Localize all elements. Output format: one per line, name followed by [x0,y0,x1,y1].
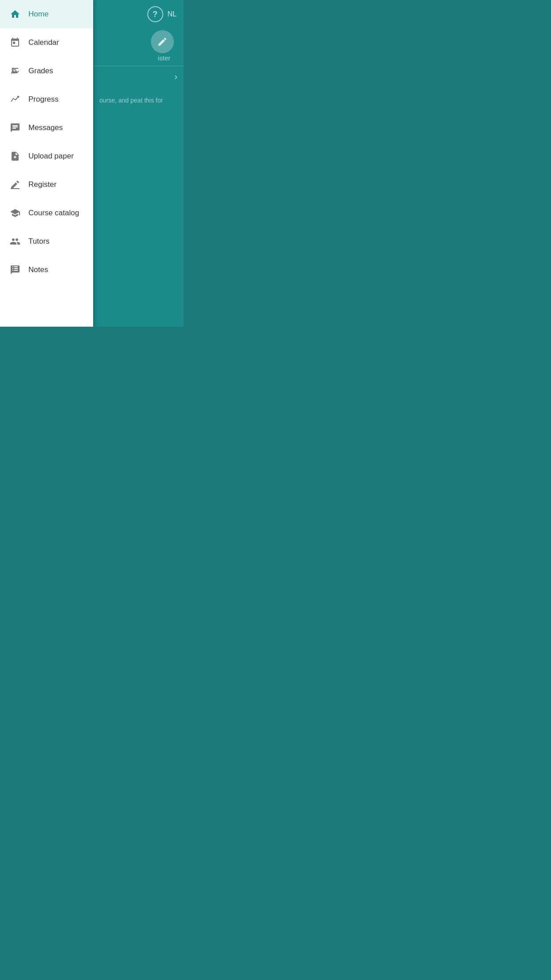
progress-icon [9,93,21,106]
sidebar-item-label: Course catalog [28,209,79,217]
sidebar-item-label: Notes [28,265,48,274]
sidebar-item-label: Register [28,180,56,189]
course-catalog-icon [9,207,21,219]
app-container: Home Calendar A Grades [0,0,184,327]
sidebar-item-tutors[interactable]: Tutors [0,227,93,256]
sidebar-item-label: Messages [28,123,63,132]
messages-icon [9,122,21,134]
main-description: ourse, and peat this for [93,87,184,114]
sidebar-item-progress[interactable]: Progress [0,85,93,114]
sidebar-item-home[interactable]: Home [0,0,93,28]
sidebar-item-upload-paper[interactable]: Upload paper [0,142,93,170]
main-header: ? NL [93,0,184,28]
edit-button[interactable] [151,30,174,53]
grades-icon: A [9,65,21,77]
main-action-row[interactable]: › [93,66,184,87]
svg-text:A: A [11,70,15,75]
sidebar-item-label: Upload paper [28,152,74,161]
sidebar-item-course-catalog[interactable]: Course catalog [0,199,93,227]
chevron-right-icon[interactable]: › [174,71,177,82]
sidebar-item-label: Tutors [28,237,50,246]
register-icon [9,178,21,191]
navigation-drawer: Home Calendar A Grades [0,0,93,327]
sidebar-item-register[interactable]: Register [0,170,93,199]
register-partial-text: ister [158,54,177,62]
sidebar-item-grades[interactable]: A Grades [0,57,93,85]
home-icon [9,8,21,20]
help-icon: ? [153,10,157,19]
calendar-icon [9,36,21,49]
main-panel: ? NL ister › ourse, and peat this for [93,0,184,327]
help-button[interactable]: ? [147,6,163,22]
sidebar-item-label: Grades [28,67,53,75]
sidebar-item-label: Home [28,10,48,19]
tutors-icon [9,235,21,248]
sidebar-item-notes[interactable]: Notes [0,256,93,284]
sidebar-item-calendar[interactable]: Calendar [0,28,93,57]
notes-icon [9,264,21,276]
language-label[interactable]: NL [168,10,177,18]
sidebar-item-label: Calendar [28,38,59,47]
upload-paper-icon [9,150,21,162]
description-text: ourse, and peat this for [99,97,163,104]
sidebar-item-label: Progress [28,95,59,104]
sidebar-item-messages[interactable]: Messages [0,114,93,142]
